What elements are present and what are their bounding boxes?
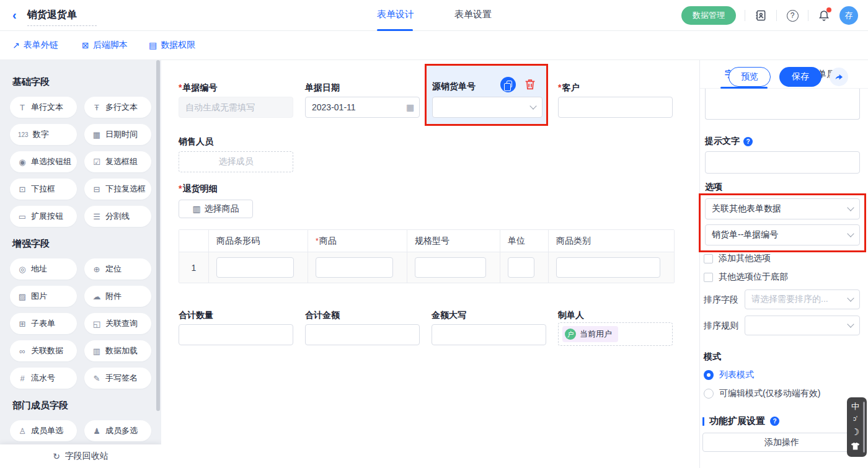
theme-shirt-icon[interactable] [851, 442, 860, 452]
total-qty-input[interactable] [179, 324, 293, 345]
field-type-number[interactable]: 123数字 [10, 124, 77, 145]
link-chain-icon: ∞ [18, 347, 27, 356]
user-avatar[interactable]: 存 [839, 6, 858, 25]
delete-field-button[interactable] [523, 77, 537, 93]
category-input[interactable] [556, 257, 660, 278]
recycle-icon: ↻ [53, 451, 60, 461]
select-product-button[interactable]: ▥ 选择商品 [179, 200, 253, 218]
linked-field-select[interactable]: 销货单--单据编号 [705, 224, 860, 245]
people-icon: ♟ [92, 426, 101, 436]
save-button[interactable]: 保存 [779, 67, 822, 87]
back-icon[interactable]: ‹ [12, 8, 17, 22]
amount-words-label: 金额大写 [432, 310, 466, 321]
field-type-signature[interactable]: ✎手写签名 [84, 368, 151, 389]
annotation-box-source-field: 源销货单号 [425, 64, 548, 126]
hint-text-input[interactable] [705, 151, 860, 174]
spec-input[interactable] [415, 257, 486, 278]
field-type-radio-group[interactable]: ◉单选按钮组 [10, 151, 77, 172]
radio-editable-mode[interactable]: 可编辑模式(仅移动端有效) [704, 388, 820, 399]
divider-icon: ☰ [92, 212, 101, 221]
field-type-relation-data[interactable]: ∞关联数据 [10, 340, 77, 361]
field-type-attachment[interactable]: ☁附件 [84, 286, 151, 307]
customer-input[interactable] [558, 97, 673, 118]
field-type-datetime[interactable]: ▦日期时间 [84, 124, 151, 145]
sort-field-select[interactable]: 请选择需要排序的... [745, 289, 860, 309]
tab-form-design[interactable]: 表单设计 [377, 9, 414, 20]
copy-field-button[interactable] [500, 77, 516, 92]
data-source-select[interactable]: 关联其他表单数据 [705, 198, 860, 219]
checkbox-other-option-bottom[interactable]: 其他选项位于底部 [704, 272, 788, 283]
radio-icon: ◉ [18, 157, 27, 167]
language-toggle-icon[interactable]: 中 [851, 402, 859, 410]
sidebar-scrollbar[interactable] [156, 60, 160, 411]
field-recycle-bin[interactable]: ↻ 字段回收站 [0, 444, 161, 468]
data-manage-button[interactable]: 数据管理 [681, 6, 736, 25]
source-order-select[interactable] [432, 97, 542, 118]
creator-label: 制单人 [558, 310, 584, 321]
salesperson-picker[interactable]: 选择成员 [179, 151, 293, 172]
subform-icon: ⊞ [18, 319, 27, 329]
button-icon: ▭ [18, 212, 27, 221]
preview-button[interactable]: 预览 [728, 67, 771, 87]
barcode-input[interactable] [216, 257, 294, 278]
backend-script-link[interactable]: ⊠ 后端脚本 [82, 40, 128, 51]
field-type-extend-button[interactable]: ▭扩展按钮 [10, 206, 77, 227]
page-title[interactable]: 销货退货单 [27, 9, 97, 26]
field-type-checkbox-group[interactable]: ☑复选框组 [84, 151, 151, 172]
chevron-down-icon [847, 204, 854, 211]
voice-icon[interactable]: ɔ' [853, 416, 857, 422]
share-button[interactable] [830, 68, 848, 86]
person-icon: ♙ [18, 426, 27, 436]
unit-input[interactable] [508, 257, 534, 278]
divider [808, 10, 808, 21]
field-type-member-multi[interactable]: ♟成员多选 [84, 420, 151, 441]
radio-list-mode[interactable]: 列表模式 [704, 369, 754, 381]
image-icon: ▨ [18, 292, 27, 301]
form-external-link[interactable]: ↗ 表单外链 [12, 40, 58, 51]
chevron-down-icon [847, 230, 854, 237]
field-type-location[interactable]: ⊕定位 [84, 258, 151, 280]
table-header-category: 商品类别 [549, 230, 674, 252]
extension-help-icon[interactable]: ? [770, 417, 779, 426]
add-action-button[interactable]: 添加操作 [702, 433, 861, 452]
table-row: 1 [179, 252, 674, 283]
table-header-index [179, 230, 209, 252]
field-type-image[interactable]: ▨图片 [10, 286, 77, 307]
checkbox-add-other-option[interactable]: 添加其他选项 [704, 253, 771, 264]
field-type-address[interactable]: ◎地址 [10, 258, 77, 280]
calendar-icon[interactable]: ▦ [406, 102, 414, 112]
field-title-input[interactable] [705, 89, 860, 120]
pen-icon: ✎ [92, 374, 101, 383]
field-type-relation-query[interactable]: ◱关联查询 [84, 313, 151, 334]
field-type-divider-line[interactable]: ☰分割线 [84, 206, 151, 227]
product-input[interactable] [316, 257, 393, 278]
field-type-select[interactable]: ⊡下拉框 [10, 179, 77, 200]
field-type-multi-select[interactable]: ⊟下拉复选框 [84, 179, 151, 200]
creator-picker[interactable]: 户 当前用户 [558, 322, 673, 346]
share-arrow-icon [834, 72, 844, 82]
amount-words-input[interactable] [432, 324, 546, 345]
dark-mode-moon-icon[interactable]: ☽ [851, 427, 859, 436]
field-type-subform[interactable]: ⊞子表单 [10, 313, 77, 334]
field-type-serial-number[interactable]: #流水号 [10, 368, 77, 389]
field-type-member-single[interactable]: ♙成员单选 [10, 420, 77, 441]
sort-rule-select[interactable] [745, 316, 860, 335]
notification-bell-icon[interactable] [817, 9, 831, 22]
page-scrollbar[interactable] [863, 402, 865, 453]
help-icon[interactable]: ? [786, 9, 799, 22]
text-icon: T [18, 103, 27, 112]
tab-form-settings[interactable]: 表单设置 [454, 9, 492, 20]
external-link-icon: ↗ [12, 40, 20, 50]
contacts-book-icon[interactable] [754, 9, 768, 22]
permission-icon: ▤ [149, 40, 157, 50]
field-type-single-line-text[interactable]: T单行文本 [10, 97, 77, 118]
field-type-data-load[interactable]: ▥数据加载 [84, 340, 151, 361]
checkbox-icon [704, 273, 713, 282]
field-type-multi-line-text[interactable]: Ŧ多行文本 [84, 97, 151, 118]
data-permission-link[interactable]: ▤ 数据权限 [149, 40, 195, 51]
doc-no-input[interactable] [179, 97, 293, 118]
sort-field-label: 排序字段 [704, 294, 738, 306]
hint-help-icon[interactable]: ? [743, 137, 753, 146]
doc-date-input[interactable] [305, 97, 420, 118]
total-amount-input[interactable] [305, 324, 420, 345]
